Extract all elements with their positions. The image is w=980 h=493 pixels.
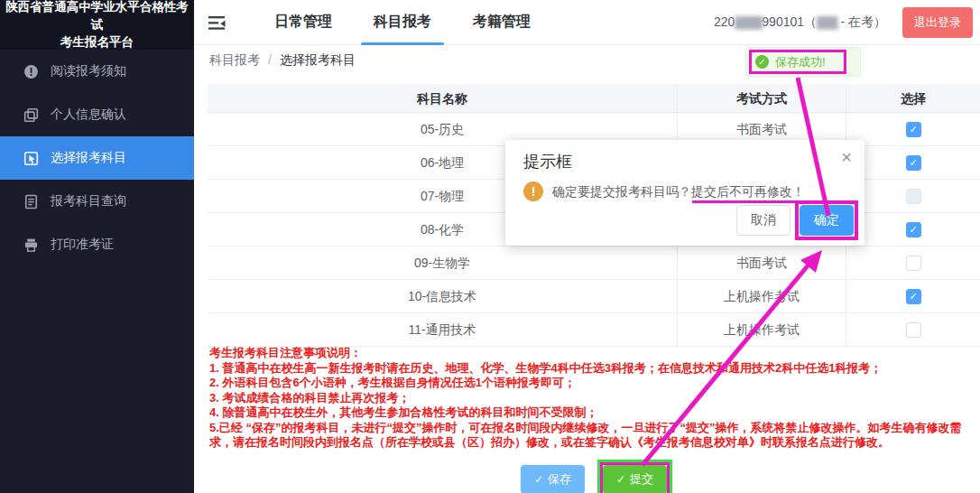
tab-subject-registration[interactable]: 科目报考 xyxy=(363,0,442,45)
user-info: 220████990101（███ - 在考） xyxy=(714,14,886,31)
sidebar-item-label: 个人信息确认 xyxy=(51,107,126,123)
sidebar-item-label: 选择报考科目 xyxy=(51,150,126,166)
tab-daily-management[interactable]: 日常管理 xyxy=(263,0,343,45)
sidebar-item-select-subjects[interactable]: 选择报考科目 xyxy=(0,136,194,180)
table-row: 10-信息技术 上机操作考试 xyxy=(208,280,980,313)
top-navbar: 日常管理 科目报考 考籍管理 220████990101（███ - 在考） 退… xyxy=(194,0,980,45)
notice-line: 1. 普通高中在校生高一新生报考时请在历史、地理、化学、生物学4科中任选3科报考… xyxy=(209,361,978,377)
col-header-exam-method: 考试方式 xyxy=(678,84,846,113)
subject-name-cell: 10-信息技术 xyxy=(208,280,678,313)
app-title-line1: 陕西省普通高中学业水平合格性考试 xyxy=(0,0,194,33)
subject-checkbox[interactable] xyxy=(906,155,921,171)
subject-name-cell: 11-通用技术 xyxy=(208,313,678,347)
confirm-button-wrap: 确定 xyxy=(800,205,854,236)
logout-button[interactable]: 退出登录 xyxy=(902,7,973,38)
exam-method-cell: 上机操作考试 xyxy=(678,280,846,313)
save-success-toast: 保存成功! xyxy=(745,47,861,77)
app-title-line2: 考生报名平台 xyxy=(60,33,134,51)
toast-message: 保存成功! xyxy=(775,54,826,70)
breadcrumb-separator: / xyxy=(268,52,272,67)
sidebar-item-label: 打印准考证 xyxy=(51,237,114,253)
bottom-actions: ✓保存 ✓提交 xyxy=(208,465,980,493)
sidebar-item-label: 报考科目查询 xyxy=(51,193,126,209)
notice-line: 5.已经 “保存”的报考科目，未进行“提交”操作时，可在报名时间段内继续修改，一… xyxy=(209,421,978,451)
sidebar-item-read-notice[interactable]: 阅读报考须知 xyxy=(0,50,194,93)
check-icon: ✓ xyxy=(534,473,543,486)
close-icon[interactable]: × xyxy=(841,148,852,166)
sidebar-item-label: 阅读报考须知 xyxy=(51,63,126,79)
notice-line: 4. 除普通高中在校生外，其他考生参加合格性考试的科目和时间不受限制； xyxy=(209,405,978,421)
sidebar-item-personal-info[interactable]: 个人信息确认 xyxy=(0,93,194,136)
save-button[interactable]: ✓保存 xyxy=(521,465,585,493)
main-area: 日常管理 科目报考 考籍管理 220████990101（███ - 在考） 退… xyxy=(194,0,980,493)
sidebar-item-print-ticket[interactable]: 打印准考证 xyxy=(0,223,194,266)
subject-checkbox[interactable] xyxy=(906,189,921,204)
user-id-masked: ████ xyxy=(735,16,762,29)
user-name-masked: ███ xyxy=(817,16,837,29)
notice-line: 3. 考试成绩合格的科目禁止再次报考； xyxy=(209,391,978,406)
subject-checkbox[interactable] xyxy=(906,322,921,338)
subject-query-doc-icon xyxy=(23,194,39,209)
submit-button[interactable]: ✓提交 xyxy=(603,465,667,493)
breadcrumb-current: 选择报考科目 xyxy=(280,52,356,67)
dialog-message-emphasis: 提交后不可再修改！ xyxy=(691,184,805,199)
subject-name-cell: 09-生物学 xyxy=(208,246,678,280)
dialog-footer: 取消 确定 xyxy=(736,205,854,236)
submit-button-wrap: ✓提交 xyxy=(603,465,667,493)
app-title: 陕西省普通高中学业水平合格性考试 考生报名平台 xyxy=(0,0,194,50)
notice-info-icon xyxy=(23,64,39,79)
personal-info-copy-icon xyxy=(23,107,39,123)
subject-checkbox[interactable] xyxy=(906,289,921,304)
table-row: 11-通用技术 上机操作考试 xyxy=(208,313,980,347)
exam-method-cell: 书面考试 xyxy=(678,246,846,280)
notice-line: 考生报考科目注意事项说明： xyxy=(209,346,978,361)
tab-exam-record-management[interactable]: 考籍管理 xyxy=(462,0,541,45)
nav-tabs: 日常管理 科目报考 考籍管理 xyxy=(254,0,551,45)
user-id-suffix: 990101 xyxy=(762,14,804,29)
table-row: 09-生物学 书面考试 xyxy=(208,246,980,280)
sidebar-item-subject-query[interactable]: 报考科目查询 xyxy=(0,180,194,223)
collapse-menu-icon[interactable] xyxy=(208,15,227,30)
subject-checkbox[interactable] xyxy=(906,256,921,271)
success-check-icon xyxy=(755,55,769,69)
user-id-prefix: 220 xyxy=(714,14,735,29)
breadcrumb: 科目报考/选择报考科目 xyxy=(209,52,356,69)
print-ticket-printer-icon xyxy=(23,237,39,253)
notice-block: 考生报考科目注意事项说明： 1. 普通高中在校生高一新生报考时请在历史、地理、化… xyxy=(209,346,978,451)
warning-icon xyxy=(523,181,543,201)
dialog-message: 确定要提交报考科目吗？提交后不可再修改！ xyxy=(552,181,805,201)
select-subject-icon xyxy=(23,151,39,166)
exam-method-cell: 上机操作考试 xyxy=(678,313,846,347)
sidebar-menu: 阅读报考须知 个人信息确认 选择报考科目 报考科目查询 xyxy=(0,50,194,266)
breadcrumb-parent[interactable]: 科目报考 xyxy=(209,52,260,67)
check-icon: ✓ xyxy=(616,473,625,486)
exam-registration-page: 陕西省普通高中学业水平合格性考试 考生报名平台 阅读报考须知 个人信息确认 xyxy=(0,0,980,493)
user-status: - 在考 xyxy=(837,14,874,29)
subject-checkbox[interactable] xyxy=(906,222,921,237)
table-header-row: 科目名称 考试方式 选择 xyxy=(208,84,980,113)
col-header-subject-name: 科目名称 xyxy=(208,84,678,113)
sidebar: 陕西省普通高中学业水平合格性考试 考生报名平台 阅读报考须知 个人信息确认 xyxy=(0,0,194,493)
confirm-button[interactable]: 确定 xyxy=(800,205,854,236)
confirm-dialog: 提示框 × 确定要提交报考科目吗？提交后不可再修改！ 取消 确定 xyxy=(505,140,864,246)
col-header-select: 选择 xyxy=(846,84,980,113)
notice-line: 2. 外语科目包含6个小语种，考生根据自身情况任选1个语种报考即可； xyxy=(209,376,978,391)
cancel-button[interactable]: 取消 xyxy=(736,205,790,236)
dialog-title: 提示框 xyxy=(523,151,572,172)
dialog-body: 确定要提交报考科目吗？提交后不可再修改！ xyxy=(523,181,852,201)
subject-checkbox[interactable] xyxy=(906,122,921,137)
